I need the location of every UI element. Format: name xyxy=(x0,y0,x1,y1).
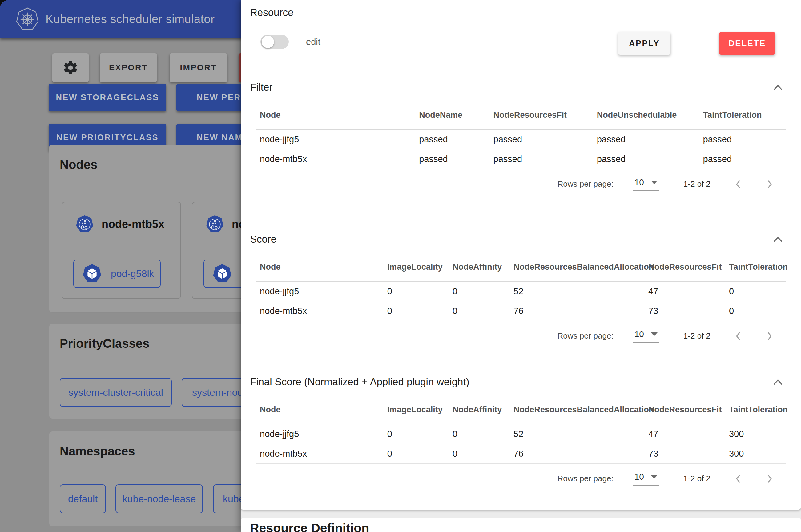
cell-value: 0 xyxy=(448,424,509,444)
cell-value: 0 xyxy=(383,281,448,301)
pagination-range: 1-2 of 2 xyxy=(684,474,710,483)
dropdown-arrow-icon xyxy=(651,180,658,184)
export-button-label: EXPORT xyxy=(109,63,148,73)
score-section-title: Score xyxy=(250,233,801,245)
cell-value: 76 xyxy=(509,301,644,321)
table-header-row: Node ImageLocality NodeAffinity NodeReso… xyxy=(255,253,786,281)
filter-table: Node NodeName NodeResourcesFit NodeUnsch… xyxy=(255,101,786,169)
resource-detail-card: Resource edit APPLY DELETE Filter xyxy=(241,0,801,510)
rows-per-page-value: 10 xyxy=(635,177,644,187)
new-priorityclass-label: NEW PRIORITYCLASS xyxy=(56,133,159,142)
cell-value: 0 xyxy=(448,281,509,301)
score-table: Node ImageLocality NodeAffinity NodeReso… xyxy=(255,253,786,321)
priorityclass-chip[interactable]: system-nod xyxy=(182,378,241,407)
chevron-up-icon[interactable] xyxy=(773,84,783,91)
apply-button[interactable]: APPLY xyxy=(618,32,671,55)
new-storageclass-label: NEW STORAGECLASS xyxy=(56,93,159,102)
chevron-left-icon[interactable] xyxy=(734,474,742,484)
nodes-card: Nodes node-mtb5x xyxy=(49,145,241,313)
cell-value: 300 xyxy=(725,424,786,444)
pagination-range: 1-2 of 2 xyxy=(684,179,710,189)
pod-icon xyxy=(213,264,232,284)
cell-value: passed xyxy=(415,130,489,149)
cell-node: node-mtb5x xyxy=(255,444,383,463)
chevron-up-icon[interactable] xyxy=(773,236,783,243)
rows-per-page-select[interactable]: 10 xyxy=(633,472,659,486)
new-namespace-label: NEW NAMES xyxy=(197,133,241,142)
pod-chip[interactable] xyxy=(203,260,241,288)
column-header: NodeResourcesBalancedAllocation xyxy=(509,396,644,424)
reset-button-truncated[interactable] xyxy=(239,53,241,82)
table-row[interactable]: node-mtb5x 0 0 76 73 0 xyxy=(255,301,786,321)
rows-per-page-select[interactable]: 10 xyxy=(633,329,659,343)
delete-button[interactable]: DELETE xyxy=(719,32,775,55)
new-persistentvolume-button[interactable]: NEW PERSIS xyxy=(176,84,241,111)
table-header-row: Node ImageLocality NodeAffinity NodeReso… xyxy=(255,396,786,424)
new-persistentvolume-label: NEW PERSIS xyxy=(197,93,241,102)
column-header: Node xyxy=(255,253,383,281)
cell-value: 73 xyxy=(644,301,725,321)
node-card[interactable]: no xyxy=(192,202,241,299)
cell-value: 76 xyxy=(509,444,644,463)
chevron-right-icon[interactable] xyxy=(766,331,773,341)
namespace-chip[interactable]: default xyxy=(60,484,106,513)
cell-value: 0 xyxy=(383,301,448,321)
cell-node: node-jjfg5 xyxy=(255,424,383,444)
cell-value: 300 xyxy=(725,444,786,463)
app-header: Kubernetes scheduler simulator xyxy=(0,0,241,38)
pagination-bar: Rows per page: 10 1-2 of 2 xyxy=(241,468,773,490)
nodes-card-title: Nodes xyxy=(60,158,241,172)
namespace-chip[interactable]: kube xyxy=(213,484,241,513)
column-header: NodeAffinity xyxy=(448,253,509,281)
chevron-up-icon[interactable] xyxy=(773,379,783,386)
new-storageclass-button[interactable]: NEW STORAGECLASS xyxy=(49,84,166,111)
table-row[interactable]: node-jjfg5 0 0 52 47 300 xyxy=(255,424,786,444)
column-header: NodeName xyxy=(415,101,489,130)
table-row[interactable]: node-jjfg5 passed passed passed passed xyxy=(255,130,786,149)
final-score-section-title: Final Score (Normalized + Applied plugin… xyxy=(250,376,801,388)
cell-value: 52 xyxy=(509,281,644,301)
cell-value: 0 xyxy=(383,424,448,444)
cell-value: 0 xyxy=(725,281,786,301)
priorityclass-chip-label: system-cluster-critical xyxy=(68,387,163,398)
column-header: NodeResourcesFit xyxy=(644,396,725,424)
cell-node: node-mtb5x xyxy=(255,149,415,169)
table-header-row: Node NodeName NodeResourcesFit NodeUnsch… xyxy=(255,101,786,130)
pod-chip-label: pod-g58lk xyxy=(111,268,154,280)
app-window: Kubernetes scheduler simulator EXPORT IM… xyxy=(0,0,801,532)
table-row[interactable]: node-mtb5x passed passed passed passed xyxy=(255,149,786,169)
table-row[interactable]: node-mtb5x 0 0 76 73 300 xyxy=(255,444,786,463)
pod-icon xyxy=(83,264,102,284)
edit-toggle[interactable] xyxy=(260,35,289,49)
export-button[interactable]: EXPORT xyxy=(100,53,157,82)
node-icon xyxy=(76,215,94,234)
table-row[interactable]: node-jjfg5 0 0 52 47 0 xyxy=(255,281,786,301)
dropdown-arrow-icon xyxy=(651,475,658,479)
cell-value: 47 xyxy=(644,281,725,301)
cell-value: 73 xyxy=(644,444,725,463)
settings-button[interactable] xyxy=(52,53,89,82)
cell-node: node-mtb5x xyxy=(255,301,383,321)
node-name: no xyxy=(232,218,241,231)
chevron-right-icon[interactable] xyxy=(766,179,773,189)
pod-chip[interactable]: pod-g58lk xyxy=(73,260,161,288)
chevron-right-icon[interactable] xyxy=(766,474,773,484)
chevron-left-icon[interactable] xyxy=(734,331,742,341)
import-button-label: IMPORT xyxy=(180,63,217,73)
chevron-left-icon[interactable] xyxy=(734,179,742,189)
cell-value: 0 xyxy=(448,444,509,463)
node-card[interactable]: node-mtb5x pod-g58lk xyxy=(61,202,181,299)
cell-value: passed xyxy=(593,130,699,149)
resource-drawer: Resource edit APPLY DELETE Filter xyxy=(241,0,801,532)
rows-per-page-label: Rows per page: xyxy=(558,179,614,189)
priorityclass-chip[interactable]: system-cluster-critical xyxy=(60,378,172,407)
column-header: NodeResourcesBalancedAllocation xyxy=(509,253,644,281)
score-section: Score Node ImageLocality NodeAffinity No… xyxy=(241,222,801,365)
node-icon xyxy=(206,215,224,234)
column-header: TaintToleration xyxy=(725,253,786,281)
priorityclasses-card: PriorityClasses system-cluster-critical … xyxy=(49,323,241,419)
namespace-chip-label: default xyxy=(68,493,97,505)
import-button[interactable]: IMPORT xyxy=(170,53,227,82)
rows-per-page-select[interactable]: 10 xyxy=(633,177,659,191)
namespace-chip[interactable]: kube-node-lease xyxy=(115,484,203,513)
